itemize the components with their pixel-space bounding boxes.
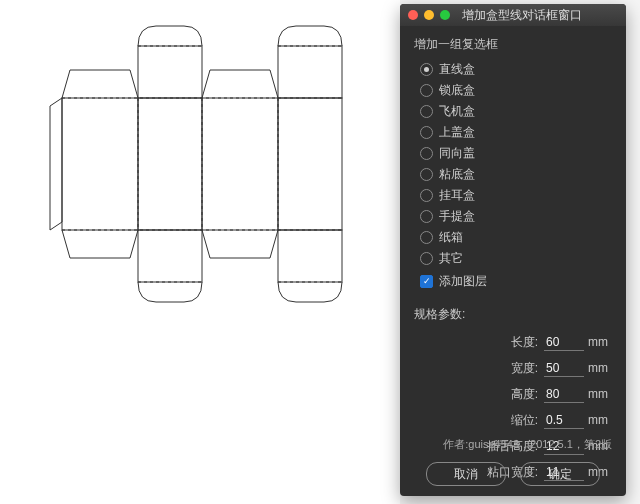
box-type-option[interactable]: 手提盒: [420, 206, 612, 227]
param-row: 长度:mm: [414, 329, 612, 355]
box-net-drawing: [42, 18, 372, 378]
canvas-area: [0, 0, 400, 504]
dialog-window: 增加盒型线对话框窗口 增加一组复选框 直线盒锁底盒飞机盒上盖盒同向盖粘底盒挂耳盒…: [400, 4, 626, 496]
radio-icon: [420, 84, 433, 97]
option-label: 粘底盒: [439, 166, 475, 183]
params-label: 规格参数:: [414, 306, 612, 323]
option-label: 锁底盒: [439, 82, 475, 99]
option-label: 飞机盒: [439, 103, 475, 120]
param-input[interactable]: [544, 334, 584, 351]
svg-rect-7: [278, 230, 342, 282]
svg-rect-2: [202, 98, 278, 230]
option-label: 上盖盒: [439, 124, 475, 141]
param-row: 缩位:mm: [414, 407, 612, 433]
radio-icon: [420, 105, 433, 118]
param-unit: mm: [588, 361, 612, 375]
param-label: 高度:: [511, 386, 538, 403]
svg-rect-5: [278, 46, 342, 98]
param-unit: mm: [588, 413, 612, 427]
box-type-option[interactable]: 飞机盒: [420, 101, 612, 122]
param-input[interactable]: [544, 412, 584, 429]
box-type-option[interactable]: 锁底盒: [420, 80, 612, 101]
radio-icon: [420, 252, 433, 265]
param-input[interactable]: [544, 360, 584, 377]
param-label: 缩位:: [511, 412, 538, 429]
svg-rect-1: [138, 98, 202, 230]
option-label: 挂耳盒: [439, 187, 475, 204]
radio-icon: [420, 126, 433, 139]
option-label: 手提盒: [439, 208, 475, 225]
box-type-option[interactable]: 粘底盒: [420, 164, 612, 185]
traffic-lights: [400, 10, 458, 20]
svg-rect-4: [138, 46, 202, 98]
svg-rect-0: [62, 98, 138, 230]
param-input[interactable]: [544, 386, 584, 403]
group-label: 增加一组复选框: [414, 36, 612, 53]
dialog-title: 增加盒型线对话框窗口: [458, 7, 626, 24]
checkbox-icon: ✓: [420, 275, 433, 288]
option-label: 纸箱: [439, 229, 463, 246]
zoom-icon[interactable]: [440, 10, 450, 20]
radio-icon: [420, 189, 433, 202]
option-label: 同向盖: [439, 145, 475, 162]
cancel-button[interactable]: 取消: [426, 462, 506, 486]
box-type-option[interactable]: 上盖盒: [420, 122, 612, 143]
box-type-option[interactable]: 同向盖: [420, 143, 612, 164]
param-label: 长度:: [511, 334, 538, 351]
author-text: 作者:guise4543，2012.5.1，第2版: [414, 437, 612, 452]
box-type-option[interactable]: 直线盒: [420, 59, 612, 80]
ok-button[interactable]: 确定: [520, 462, 600, 486]
option-label: 其它: [439, 250, 463, 267]
close-icon[interactable]: [408, 10, 418, 20]
box-type-options: 直线盒锁底盒飞机盒上盖盒同向盖粘底盒挂耳盒手提盒纸箱其它: [420, 59, 612, 269]
radio-icon: [420, 147, 433, 160]
radio-icon: [420, 63, 433, 76]
param-label: 宽度:: [511, 360, 538, 377]
svg-rect-6: [138, 230, 202, 282]
option-label: 直线盒: [439, 61, 475, 78]
box-type-option[interactable]: 挂耳盒: [420, 185, 612, 206]
radio-icon: [420, 210, 433, 223]
box-type-option[interactable]: 其它: [420, 248, 612, 269]
svg-rect-3: [278, 98, 342, 230]
param-row: 高度:mm: [414, 381, 612, 407]
titlebar[interactable]: 增加盒型线对话框窗口: [400, 4, 626, 26]
add-layer-label: 添加图层: [439, 273, 487, 290]
param-row: 宽度:mm: [414, 355, 612, 381]
box-type-option[interactable]: 纸箱: [420, 227, 612, 248]
param-unit: mm: [588, 387, 612, 401]
add-layer-checkbox[interactable]: ✓ 添加图层: [420, 271, 612, 292]
radio-icon: [420, 231, 433, 244]
radio-icon: [420, 168, 433, 181]
param-unit: mm: [588, 335, 612, 349]
minimize-icon[interactable]: [424, 10, 434, 20]
